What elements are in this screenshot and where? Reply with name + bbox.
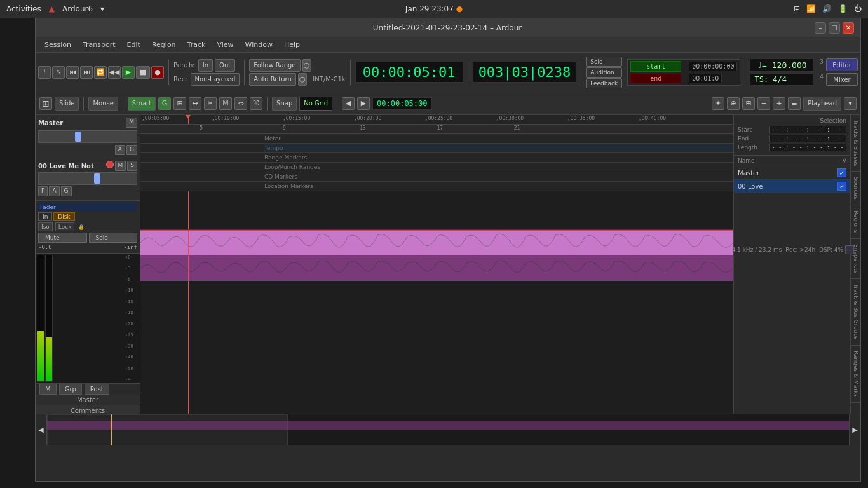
tb-btn-stop[interactable]: ■: [136, 66, 150, 79]
punch-out-button[interactable]: Out: [215, 59, 235, 72]
mute-button[interactable]: Mute: [38, 233, 87, 243]
minimap-right-btn[interactable]: ▶: [849, 414, 860, 445]
tempo-lane: Tempo: [140, 144, 733, 153]
punch-group: Punch: In Out Rec: Non-Layered: [173, 59, 240, 86]
grp-button[interactable]: Grp: [59, 384, 82, 395]
iso-button[interactable]: Iso: [38, 222, 53, 231]
waveform-upper: [140, 230, 733, 255]
range-tool[interactable]: ↔: [189, 97, 201, 110]
track1-s-btn[interactable]: S: [127, 161, 137, 171]
m-button[interactable]: M: [39, 384, 57, 395]
track1-p-btn[interactable]: P: [38, 186, 48, 196]
lock-indicator: 🔒: [78, 224, 85, 230]
bars-beats-display[interactable]: 003|03|0238: [473, 62, 577, 83]
mini-playhead: [111, 414, 112, 445]
menu-view[interactable]: View: [212, 39, 238, 50]
nav-fwd[interactable]: ▶: [357, 97, 370, 110]
et-sep3: [267, 97, 268, 111]
smart-button[interactable]: Smart: [128, 97, 156, 111]
track1-waveform-area: [140, 230, 733, 281]
tb-btn-loop[interactable]: 🔁: [94, 66, 107, 79]
range-markers-lane: Range Markers: [140, 153, 733, 163]
track1-m-btn[interactable]: M: [115, 161, 126, 171]
end-value[interactable]: end: [630, 73, 681, 84]
master-playhead: [188, 191, 189, 229]
punch-in-button[interactable]: In: [198, 59, 213, 72]
smart-cursor-btn[interactable]: G: [158, 97, 171, 110]
select-tool[interactable]: ⊞: [173, 97, 186, 110]
tb-btn-record[interactable]: ●: [151, 66, 164, 79]
transport-controls: ! ↖ ⏮ ⏭ 🔁 ◀◀ ▶ ■ ●: [38, 66, 164, 79]
minimap-left-btn[interactable]: ◀: [36, 414, 47, 445]
follow-range-button[interactable]: Follow Range: [249, 59, 300, 72]
datetime-label: Jan 29 23:07: [405, 4, 454, 13]
transport-time-display[interactable]: 00:00:05:01: [355, 62, 463, 83]
tb-btn-2[interactable]: ↖: [52, 66, 65, 79]
master-bottom: Master Comments: [36, 395, 140, 416]
nav-back[interactable]: ◀: [342, 97, 355, 110]
feedback-display: Feedback: [586, 78, 622, 88]
solo-button[interactable]: Solo: [89, 233, 138, 243]
tb-btn-1[interactable]: !: [38, 66, 51, 79]
menu-edit[interactable]: Edit: [122, 39, 146, 50]
master-g-btn[interactable]: G: [126, 145, 137, 155]
vol-row: -0.0 -inf: [38, 244, 137, 250]
track1-playhead: [188, 230, 189, 281]
tb-btn-4[interactable]: ⏭: [80, 66, 93, 79]
activities-label[interactable]: Activities: [6, 4, 41, 13]
current-time-display: 00:00:05:00: [372, 97, 431, 110]
menu-transport[interactable]: Transport: [78, 39, 121, 50]
vu-right-channel: [45, 255, 53, 382]
non-layered-button[interactable]: Non-Layered: [191, 73, 240, 86]
menu-session[interactable]: Session: [39, 39, 76, 50]
mini-waveform: [47, 421, 849, 430]
menu-help[interactable]: Help: [279, 39, 305, 50]
track1-header: 00 Love Me Not M S P A G: [36, 158, 140, 201]
punch-label: Punch:: [173, 62, 195, 69]
no-grid-display[interactable]: No Grid: [299, 97, 332, 111]
rec-label: Rec:: [173, 76, 187, 83]
mouse-mode-select[interactable]: Mouse: [88, 97, 118, 111]
follow-group: Follow Range ○ Auto Return ○ INT/M-C1k: [249, 59, 345, 86]
menu-region[interactable]: Region: [147, 39, 181, 50]
disk-button[interactable]: Disk: [53, 212, 74, 221]
track1-fader[interactable]: [38, 172, 137, 185]
track1-a-btn[interactable]: A: [49, 186, 59, 196]
zoom-fit-btn[interactable]: ⊞: [39, 97, 52, 110]
post-button[interactable]: Post: [85, 384, 109, 395]
app-icon: ▲: [49, 4, 55, 13]
network-icon: ⊞: [794, 4, 800, 13]
slide-select[interactable]: Slide: [55, 97, 79, 111]
mute-tool[interactable]: M: [219, 97, 232, 110]
solo-display: Solo: [586, 57, 622, 67]
status-dot: ●: [456, 4, 463, 13]
menu-track[interactable]: Track: [182, 39, 211, 50]
bottom-toolbar: M Grp Post: [36, 383, 140, 395]
menu-window[interactable]: Window: [240, 39, 278, 50]
master-a-btn[interactable]: A: [115, 145, 125, 155]
track1-name: 00 Love Me Not: [38, 163, 94, 170]
tb-btn-3[interactable]: ⏮: [66, 66, 79, 79]
start-value[interactable]: start: [630, 61, 681, 72]
snap-button[interactable]: Snap: [272, 97, 297, 111]
waveform-lower: [140, 255, 733, 281]
iso-lock-row: Iso Lock 🔒: [38, 222, 137, 231]
battery-icon: 🔋: [838, 4, 848, 13]
track1-waveform-row: [140, 230, 733, 281]
cut-tool[interactable]: ✂: [204, 97, 217, 110]
location-markers-lane: Location Markers: [140, 182, 733, 191]
app-name-label[interactable]: Ardour6: [62, 4, 93, 13]
vca-tool[interactable]: ⌘: [250, 97, 262, 110]
left-controls: Fader In Disk Iso Lock 🔒 Mute Solo: [36, 201, 140, 254]
lock-button[interactable]: Lock: [55, 222, 75, 231]
tb-btn-play[interactable]: ▶: [122, 66, 135, 79]
master-m-btn[interactable]: M: [126, 118, 137, 128]
timefx-tool[interactable]: ⇔: [234, 97, 247, 110]
in-button[interactable]: In: [38, 212, 52, 221]
track1-g-btn[interactable]: G: [61, 186, 72, 196]
master-fader[interactable]: [38, 130, 137, 143]
menu-bar: Session Transport Edit Region Track View…: [36, 37, 860, 53]
auto-return-button[interactable]: Auto Return: [249, 73, 296, 86]
meter-lane: Meter: [140, 134, 733, 144]
tb-btn-rewind[interactable]: ◀◀: [108, 66, 121, 79]
